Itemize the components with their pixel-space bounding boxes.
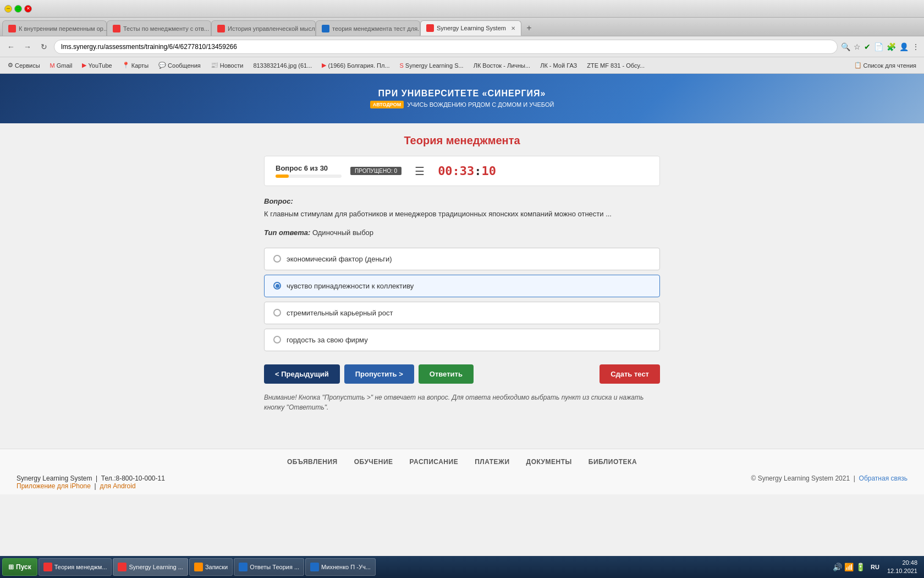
bookmark-news[interactable]: 📰 Новости [207,61,247,70]
tab-favicon [8,25,16,32]
tab-1[interactable]: К внутренним переменным ор... ✕ [2,20,107,36]
bookmark-synergy[interactable]: S Synergy Learning S... [397,61,467,70]
tab-favicon [113,25,120,32]
bookmark-star-icon[interactable]: ☆ [854,42,861,51]
footer-app-android[interactable]: для Android [100,482,135,490]
footer-nav-documents[interactable]: ДОКУМЕНТЫ [526,458,572,466]
option-1[interactable]: экономический фактор (деньги) [264,248,660,270]
option-4[interactable]: гордость за свою фирму [264,329,660,351]
check-icon: ✔ [864,42,871,51]
option-4-text: гордость за свою фирму [287,336,368,344]
tab-4[interactable]: теория менеджмента тест для... ✕ [316,20,420,36]
bookmark-reading-list[interactable]: 📋 Список для чтения [851,61,920,70]
answer-button[interactable]: Ответить [419,364,474,384]
question-label: Вопрос: [264,197,660,205]
menu-icon[interactable]: ⋮ [912,42,920,51]
prev-button[interactable]: < Предыдущий [264,364,340,384]
footer-copyright: © Synergy Learning System 2021 [751,475,850,482]
bookmark-youtube[interactable]: ▶ YouTube [79,61,115,70]
banner-logo: АВТОДРОМ [370,101,404,108]
tab-close-icon[interactable]: ✕ [511,25,515,31]
answer-type-text: Одиночный выбор [312,228,373,237]
option-2-text: чувство принадлежности к коллективу [287,282,414,290]
footer-nav-schedule[interactable]: РАСПИСАНИЕ [410,458,459,466]
footer-company: Synergy Learning System [16,475,92,482]
progress-bar-wrap [276,175,342,178]
tab-label: К внутренним переменным ор... [19,25,107,32]
submit-button[interactable]: Сдать тест [600,364,660,384]
news-icon: 📰 [211,62,218,69]
bookmark-video[interactable]: ▶ (1966) Болгария. Пл... [318,61,393,70]
maximize-button[interactable]: □ [14,5,22,13]
footer-nav-payments[interactable]: ПЛАТЕЖИ [475,458,509,466]
question-counter: Вопрос 6 из 30 [276,164,342,178]
pdf-icon: 📄 [874,42,883,51]
reload-button[interactable]: ↻ [37,40,51,53]
test-title: Теория менеджмента [264,134,660,147]
progress-block: Вопрос 6 из 30 ПРОПУЩЕНО: 0 ☰ 00:33:10 [264,156,660,186]
radio-3 [273,309,281,317]
footer-app-ios[interactable]: Приложение для iPhone [16,482,91,490]
minimize-button[interactable]: ─ [4,5,12,13]
timer-main: 00:33 [438,164,474,178]
footer-left: Synergy Learning System | Тел.:8-800-10-… [16,475,165,490]
tab-3[interactable]: История управленческой мысл... ✕ [211,20,316,36]
option-3-text: стремительный карьерный рост [287,309,393,317]
banner: ПРИ УНИВЕРСИТЕТЕ «СИНЕРГИЯ» АВТОДРОМ УЧИ… [0,74,924,123]
tab-5-active[interactable]: Synergy Learning System ✕ [420,20,521,36]
bookmark-services[interactable]: ⚙ Сервисы [4,61,43,70]
extension-icon[interactable]: 🧩 [887,42,896,51]
footer-nav-library[interactable]: БИБЛИОТЕКА [588,458,637,466]
new-tab-button[interactable]: + [521,20,537,36]
bookmark-maps[interactable]: 📍 Карты [119,61,152,70]
footer-phone: Тел.:8-800-10-000-11 [101,475,165,482]
bookmark-lk-gaz[interactable]: ЛК - Мой ГАЗ [537,61,580,70]
footer-info: Synergy Learning System | Тел.:8-800-10-… [0,475,924,490]
skip-button[interactable]: Пропустить > [344,364,414,384]
footer: ОБЪЯВЛЕНИЯ ОБУЧЕНИЕ РАСПИСАНИЕ ПЛАТЕЖИ Д… [0,449,924,494]
menu-questions-icon[interactable]: ☰ [415,165,425,178]
maps-icon: 📍 [122,62,130,69]
close-button[interactable]: ✕ [24,5,32,13]
bookmark-gmail[interactable]: M Gmail [47,61,76,70]
messages-icon: 💬 [158,62,166,69]
tab-2[interactable]: Тесты по менеджменту с отв... ✕ [107,20,211,36]
tab-favicon [217,25,225,32]
back-button[interactable]: ← [4,40,18,53]
profile-icon[interactable]: 👤 [899,42,909,51]
addr-icons: 🔍 ☆ ✔ 📄 🧩 👤 ⋮ [841,42,920,51]
bookmark-zte[interactable]: ZTE MF 831 - Обсу... [584,61,648,70]
search-icon[interactable]: 🔍 [841,42,850,51]
option-1-text: экономический фактор (деньги) [287,255,392,263]
footer-right: © Synergy Learning System 2021 | Обратна… [751,475,908,482]
radio-2 [273,282,281,290]
progress-bar-fill [276,175,289,178]
footer-nav-learning[interactable]: ОБУЧЕНИЕ [354,458,393,466]
tab-label: Synergy Learning System [437,25,506,31]
footer-nav: ОБЪЯВЛЕНИЯ ОБУЧЕНИЕ РАСПИСАНИЕ ПЛАТЕЖИ Д… [0,458,924,466]
main-content: Теория менеджмента Вопрос 6 из 30 ПРОПУЩ… [264,123,660,449]
video-icon: ▶ [322,62,326,69]
bookmark-messages[interactable]: 💬 Сообщения [155,61,204,70]
window-controls: ─ □ ✕ [4,5,32,13]
address-input[interactable] [54,40,838,54]
tabs-bar: К внутренним переменным ор... ✕ Тесты по… [0,18,924,36]
answer-type: Тип ответа: Одиночный выбор [264,228,660,237]
banner-subtitle: АВТОДРОМ УЧИСЬ ВОЖДЕНИЮ РЯДОМ С ДОМОМ И … [370,101,554,108]
timer-seconds: 10 [482,164,497,178]
banner-subtitle-text: УЧИСЬ ВОЖДЕНИЮ РЯДОМ С ДОМОМ И УЧЕБОЙ [407,101,554,108]
bookmark-image[interactable]: 8133832146.jpg (61... [250,61,315,70]
options-list: экономический фактор (деньги) чувство пр… [264,248,660,351]
forward-button[interactable]: → [21,40,34,53]
tab-favicon [322,25,329,32]
radio-1 [273,255,281,263]
footer-feedback[interactable]: Обратная связь [859,475,908,482]
warning-text: Внимание! Кнопка "Пропустить >" не отвеч… [264,392,660,412]
bookmark-lk-vostok[interactable]: ЛК Восток - Личны... [470,61,534,70]
option-2[interactable]: чувство принадлежности к коллективу [264,275,660,297]
footer-nav-announcements[interactable]: ОБЪЯВЛЕНИЯ [287,458,338,466]
tab-label: теория менеджмента тест для... [332,25,420,32]
address-bar-row: ← → ↻ 🔍 ☆ ✔ 📄 🧩 👤 ⋮ [0,36,924,57]
answer-type-label: Тип ответа: [264,228,310,237]
option-3[interactable]: стремительный карьерный рост [264,302,660,324]
